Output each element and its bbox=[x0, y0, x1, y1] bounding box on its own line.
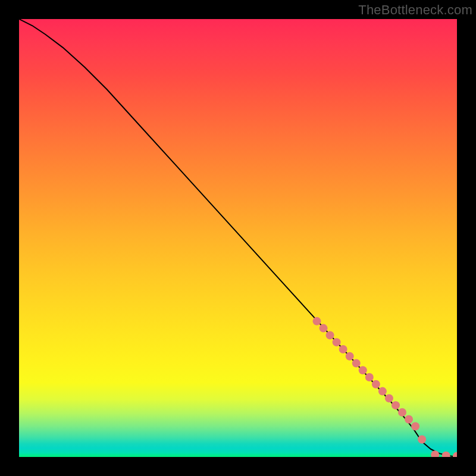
watermark-text: TheBottleneck.com bbox=[358, 2, 472, 18]
data-marker bbox=[339, 345, 347, 353]
data-marker bbox=[385, 394, 393, 402]
main-curve bbox=[19, 19, 457, 457]
data-marker bbox=[372, 380, 380, 389]
data-marker bbox=[442, 452, 450, 457]
data-marker bbox=[346, 352, 354, 361]
data-marker bbox=[411, 422, 419, 430]
chart-frame: TheBottleneck.com bbox=[0, 0, 476, 476]
marker-group bbox=[312, 317, 457, 457]
data-marker bbox=[365, 373, 374, 381]
data-marker bbox=[405, 415, 413, 424]
curve-layer bbox=[19, 19, 457, 457]
data-marker bbox=[333, 338, 341, 346]
data-marker bbox=[453, 452, 457, 457]
data-marker bbox=[320, 324, 328, 333]
data-marker bbox=[392, 401, 400, 409]
data-marker bbox=[378, 387, 387, 396]
data-marker bbox=[418, 436, 426, 444]
data-marker bbox=[359, 366, 367, 374]
data-marker bbox=[326, 331, 334, 339]
data-marker bbox=[352, 359, 361, 368]
plot-area bbox=[19, 19, 457, 457]
data-marker bbox=[312, 317, 321, 325]
data-marker bbox=[431, 450, 439, 457]
data-marker bbox=[398, 408, 406, 416]
